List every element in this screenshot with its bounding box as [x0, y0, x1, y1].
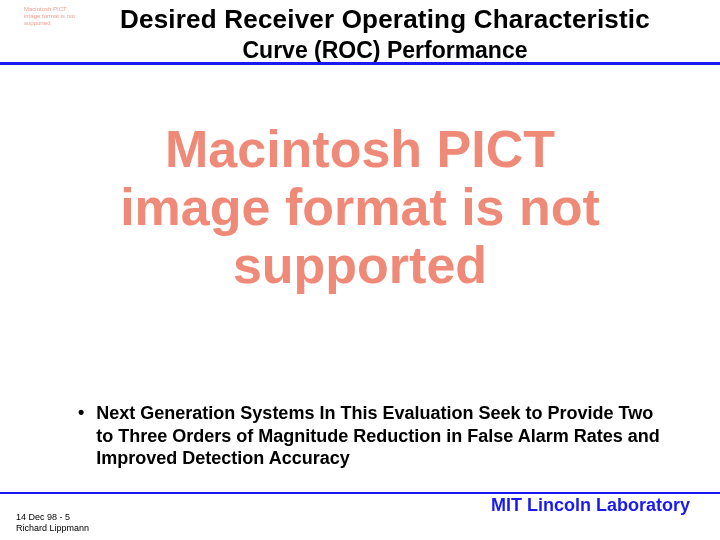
- slide-title: Desired Receiver Operating Characteristi…: [90, 4, 680, 64]
- footer-org: MIT Lincoln Laboratory: [491, 495, 690, 516]
- title-line-1: Desired Receiver Operating Characteristi…: [90, 4, 680, 35]
- footer-author: Richard Lippmann: [16, 523, 89, 534]
- bullet-text: Next Generation Systems In This Evaluati…: [96, 402, 672, 470]
- title-line-2: Curve (ROC) Performance: [90, 37, 680, 64]
- footer-left: 14 Dec 98 - 5 Richard Lippmann: [16, 512, 89, 534]
- image-placeholder-main: Macintosh PICT image format is not suppo…: [100, 120, 620, 295]
- bullet-item: • Next Generation Systems In This Evalua…: [78, 402, 672, 470]
- slide: Macintosh PICT image format is not suppo…: [0, 0, 720, 540]
- header-divider: [0, 62, 720, 65]
- footer-divider: [0, 492, 720, 494]
- footer-date: 14 Dec 98 - 5: [16, 512, 89, 523]
- image-placeholder-thumbnail: Macintosh PICT image format is not suppo…: [24, 6, 82, 28]
- bullet-marker: •: [78, 402, 84, 470]
